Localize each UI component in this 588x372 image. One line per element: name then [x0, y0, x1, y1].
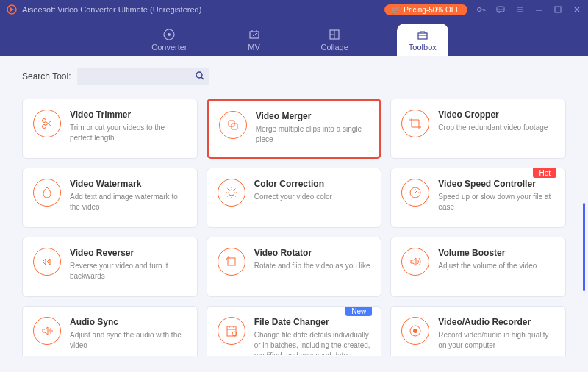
- search-icon[interactable]: [195, 71, 205, 83]
- tool-card-date[interactable]: NewFile Date ChangerChange file date det…: [207, 306, 382, 356]
- svg-point-23: [413, 329, 417, 333]
- rotator-icon: [218, 248, 245, 276]
- tool-title: Video/Audio Recorder: [438, 317, 555, 327]
- tool-title: Video Merger: [256, 111, 370, 121]
- tool-desc: Speed up or slow down your file at ease: [438, 192, 555, 212]
- tool-title: Color Correction: [254, 179, 371, 189]
- collage-icon: [328, 28, 341, 41]
- watermark-icon: [33, 179, 61, 207]
- app-logo-icon: [6, 4, 18, 15]
- reverser-icon: [33, 248, 61, 276]
- merger-icon: [219, 111, 247, 139]
- svg-point-4: [501, 9, 501, 10]
- feedback-icon[interactable]: [495, 4, 506, 15]
- tool-card-merger[interactable]: Video MergerMerge multiple clips into a …: [207, 99, 382, 159]
- tool-title: Video Reverser: [70, 248, 187, 258]
- tool-title: Video Watermark: [70, 179, 187, 189]
- tool-title: Volume Booster: [438, 248, 555, 258]
- tool-card-audiosync[interactable]: Audio SyncAdjust and sync the audio with…: [22, 306, 198, 356]
- recorder-icon: [401, 317, 429, 345]
- svg-rect-11: [418, 33, 427, 39]
- content-area: Search Tool: Video TrimmerTrim or cut yo…: [0, 56, 588, 372]
- audiosync-icon: [33, 317, 61, 345]
- tool-desc: Trim or cut your videos to the perfect l…: [70, 123, 187, 143]
- search-label: Search Tool:: [22, 71, 71, 82]
- tab-toolbox[interactable]: Toolbox: [397, 24, 448, 56]
- tool-card-color[interactable]: Color CorrectionCorrect your video color: [207, 168, 382, 228]
- titlebar: Aiseesoft Video Converter Ultimate (Unre…: [0, 0, 588, 19]
- tool-desc: Record video/audio in high quality on yo…: [438, 330, 555, 351]
- menu-icon[interactable]: [514, 4, 525, 15]
- tool-card-recorder[interactable]: Video/Audio RecorderRecord video/audio i…: [390, 306, 566, 356]
- tab-converter[interactable]: Converter: [140, 24, 198, 56]
- tool-card-reverser[interactable]: Video ReverserReverse your video and tur…: [22, 237, 198, 297]
- tab-collage[interactable]: Collage: [309, 24, 360, 56]
- tool-title: Video Speed Controller: [438, 179, 555, 189]
- tool-title: Video Cropper: [438, 110, 555, 120]
- tool-desc: Merge multiple clips into a single piece: [256, 124, 370, 145]
- svg-rect-19: [228, 258, 235, 265]
- tool-title: Audio Sync: [70, 317, 187, 327]
- cart-icon: 🛒: [392, 6, 401, 14]
- search-input[interactable]: [77, 68, 209, 85]
- tool-desc: Correct your video color: [254, 192, 371, 202]
- svg-point-14: [43, 125, 46, 129]
- svg-rect-6: [555, 7, 561, 12]
- navbar: Converter MV Collage Toolbox: [0, 19, 588, 56]
- tool-desc: Add text and image watermark to the vide…: [70, 192, 187, 212]
- close-icon[interactable]: [572, 4, 582, 15]
- minimize-icon[interactable]: [534, 4, 544, 15]
- pricing-button[interactable]: 🛒 Pricing-50% OFF: [384, 4, 467, 15]
- titlebar-icons: [476, 4, 582, 15]
- speed-icon: [401, 179, 429, 207]
- svg-point-17: [229, 190, 234, 196]
- svg-point-1: [478, 8, 481, 12]
- svg-point-8: [168, 33, 171, 36]
- tool-card-volume[interactable]: Volume BoosterAdjust the volume of the v…: [390, 237, 566, 297]
- volume-icon: [401, 248, 429, 276]
- tool-card-rotator[interactable]: Video RotatorRotate and flip the video a…: [207, 237, 382, 297]
- scrollbar[interactable]: [583, 203, 585, 291]
- tool-title: Video Trimmer: [70, 110, 187, 120]
- badge-hot: Hot: [533, 168, 556, 178]
- tab-mv[interactable]: MV: [236, 24, 273, 56]
- app-title: Aiseesoft Video Converter Ultimate (Unre…: [22, 5, 384, 14]
- toolbox-icon: [416, 28, 429, 41]
- svg-point-3: [499, 9, 500, 10]
- tool-desc: Change file date details individually or…: [254, 330, 371, 355]
- tool-title: File Date Changer: [254, 317, 371, 327]
- svg-point-13: [43, 119, 46, 123]
- svg-rect-20: [227, 326, 236, 336]
- converter-icon: [162, 28, 176, 41]
- svg-point-5: [502, 9, 503, 10]
- search-row: Search Tool:: [12, 68, 576, 85]
- maximize-icon[interactable]: [553, 4, 563, 15]
- cropper-icon: [401, 110, 429, 137]
- mv-icon: [248, 28, 261, 41]
- tool-card-speed[interactable]: HotVideo Speed ControllerSpeed up or slo…: [390, 168, 566, 228]
- tool-desc: Adjust the volume of the video: [438, 261, 555, 271]
- badge-new: New: [345, 307, 372, 316]
- tool-title: Video Rotator: [254, 248, 371, 258]
- tool-card-cropper[interactable]: Video CropperCrop the redundant video fo…: [390, 99, 566, 159]
- tool-desc: Crop the redundant video footage: [438, 123, 555, 133]
- color-icon: [218, 179, 245, 207]
- key-icon[interactable]: [476, 4, 487, 15]
- tools-grid: Video TrimmerTrim or cut your videos to …: [12, 99, 576, 356]
- tool-card-watermark[interactable]: Video WatermarkAdd text and image waterm…: [22, 168, 198, 228]
- date-icon: [218, 317, 245, 345]
- trimmer-icon: [33, 110, 61, 137]
- tool-desc: Rotate and flip the video as you like: [254, 261, 371, 271]
- tool-desc: Adjust and sync the audio with the video: [70, 330, 187, 351]
- tool-desc: Reverse your video and turn it backwards: [70, 261, 187, 282]
- svg-point-12: [196, 72, 202, 78]
- tool-card-trimmer[interactable]: Video TrimmerTrim or cut your videos to …: [22, 99, 198, 159]
